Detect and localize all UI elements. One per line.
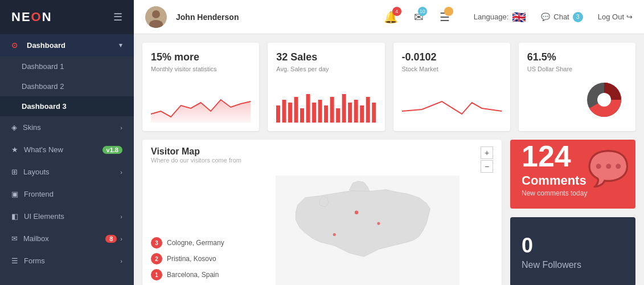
svg-point-25 xyxy=(333,233,336,236)
dashboard-header-label: Dashboard xyxy=(27,41,65,50)
map-visual xyxy=(233,176,502,285)
chat-label: Chat xyxy=(553,13,569,21)
svg-rect-5 xyxy=(288,103,292,123)
stat-card-dollar-chart xyxy=(527,77,627,123)
svg-point-21 xyxy=(597,93,611,107)
skins-icon: ◈ xyxy=(11,123,17,132)
stat-card-visitors-chart xyxy=(151,91,251,123)
sidebar-dashboard-header[interactable]: ⊙ Dashboard ▾ xyxy=(0,34,134,56)
sidebar-item-uielements[interactable]: ◧ UI Elements › xyxy=(0,205,134,227)
sidebar-item-dashboard1[interactable]: Dashboard 1 xyxy=(0,56,134,76)
stat-card-visitors-sub: Monthly visitor statistics xyxy=(151,66,251,72)
sidebar-item-mailbox[interactable]: ✉ Mailbox 8 › xyxy=(0,227,134,250)
notif2-badge: 10 xyxy=(418,7,427,16)
sidebar: NEON ☰ ⊙ Dashboard ▾ Dashboard 1 Dashboa… xyxy=(0,0,134,285)
forms-icon: ☰ xyxy=(11,256,18,265)
map-zoom-in[interactable]: + xyxy=(481,146,493,159)
stat-card-stock: -0.0102 Stock Market xyxy=(393,43,510,131)
svg-rect-3 xyxy=(276,105,280,123)
whatsnew-icon: ★ xyxy=(11,145,18,154)
main-content: John Henderson 🔔 4 ✉ 10 ☰ Language: 🇬🇧 💬… xyxy=(134,0,644,285)
svg-rect-6 xyxy=(294,97,298,123)
language-label: Language: xyxy=(474,13,508,21)
svg-rect-15 xyxy=(348,103,352,123)
stat-card-sales-chart xyxy=(276,91,376,123)
stat-card-sales-title: 32 Sales xyxy=(276,51,376,63)
svg-rect-10 xyxy=(318,100,322,123)
followers-widget: 0 New Followers xyxy=(510,217,635,285)
comments-widget: 💬 124 Comments New comments today xyxy=(510,140,635,209)
notif3-badge xyxy=(444,7,453,16)
svg-rect-8 xyxy=(306,94,310,123)
whatsnew-badge: v1.8 xyxy=(102,146,122,154)
layouts-icon: ⊞ xyxy=(11,168,18,176)
svg-rect-17 xyxy=(360,105,364,123)
frontend-icon: ▣ xyxy=(11,190,18,198)
mailbox-icon: ✉ xyxy=(11,234,18,243)
sidebar-item-layouts[interactable]: ⊞ Layouts › xyxy=(0,161,134,183)
stat-card-sales-sub: Avg. Sales per day xyxy=(276,66,376,72)
logout-button[interactable]: Log Out ↪ xyxy=(598,13,633,21)
stat-card-stock-title: -0.0102 xyxy=(402,51,502,63)
visitor-map-card: Visitor Map Where do our visitors come f… xyxy=(142,140,502,285)
bottom-row: Visitor Map Where do our visitors come f… xyxy=(142,140,635,285)
stat-card-stock-sub: Stock Market xyxy=(402,66,502,72)
stat-card-visitors-title: 15% more xyxy=(151,51,251,63)
uielements-icon: ◧ xyxy=(11,212,18,221)
notif3-button[interactable]: ☰ xyxy=(440,10,450,24)
svg-rect-19 xyxy=(372,103,376,123)
sidebar-item-dashboard3[interactable]: Dashboard 3 xyxy=(0,96,134,116)
chat-button[interactable]: 💬 Chat 3 xyxy=(541,12,583,22)
uielements-arrow: › xyxy=(120,213,122,220)
notif2-button[interactable]: ✉ 10 xyxy=(414,10,424,24)
forms-arrow: › xyxy=(120,258,122,264)
sidebar-item-whatsnew[interactable]: ★ What's New v1.8 xyxy=(0,139,134,161)
svg-rect-9 xyxy=(312,103,316,123)
map-city-cologne: 3 Cologne, Germany xyxy=(151,237,225,249)
sidebar-item-forms[interactable]: ☰ Forms › xyxy=(0,250,134,272)
flag-icon: 🇬🇧 xyxy=(512,10,526,24)
followers-label: New Followers xyxy=(522,260,624,270)
hamburger-icon[interactable]: ☰ xyxy=(113,11,122,23)
topbar-username: John Henderson xyxy=(176,13,239,22)
stat-card-sales: 32 Sales Avg. Sales per day xyxy=(268,43,384,131)
dashboard-arrow: ▾ xyxy=(119,42,122,49)
map-sub: Where do our visitors come from xyxy=(151,157,241,164)
svg-point-24 xyxy=(377,222,380,225)
language-selector[interactable]: Language: 🇬🇧 xyxy=(474,10,526,24)
sidebar-item-skins[interactable]: ◈ Skins › xyxy=(0,116,134,139)
svg-rect-12 xyxy=(330,97,334,123)
layouts-arrow: › xyxy=(120,169,122,176)
city-rank-cologne: 3 xyxy=(151,237,162,249)
chat-icon: 💬 xyxy=(541,13,550,21)
notif1-button[interactable]: 🔔 4 xyxy=(384,10,398,24)
notif1-badge: 4 xyxy=(392,7,401,16)
svg-point-23 xyxy=(355,210,358,214)
map-title: Visitor Map xyxy=(151,146,241,157)
sidebar-item-dashboard2[interactable]: Dashboard 2 xyxy=(0,76,134,96)
svg-rect-7 xyxy=(300,108,304,123)
map-city-barcelona: 1 Barcelona, Spain xyxy=(151,269,225,280)
map-zoom-controls: + − xyxy=(481,146,493,173)
logo-text: NEON xyxy=(11,10,52,25)
map-city-pristina: 2 Pristina, Kosovo xyxy=(151,253,225,264)
sidebar-logo: NEON ☰ xyxy=(0,0,134,34)
svg-rect-14 xyxy=(342,94,346,123)
comments-bg-icon: 💬 xyxy=(587,148,630,189)
right-widgets: 💬 124 Comments New comments today 0 New … xyxy=(510,140,635,285)
svg-rect-4 xyxy=(282,100,286,123)
followers-number: 0 xyxy=(522,234,624,258)
svg-rect-13 xyxy=(336,108,340,123)
stat-card-dollar: 61.5% US Dollar Share xyxy=(519,43,635,131)
svg-point-1 xyxy=(152,10,160,18)
sidebar-menu: ⊙ Dashboard ▾ Dashboard 1 Dashboard 2 Da… xyxy=(0,34,134,272)
content-area: 15% more Monthly visitor statistics xyxy=(134,34,644,285)
topbar: John Henderson 🔔 4 ✉ 10 ☰ Language: 🇬🇧 💬… xyxy=(134,0,644,34)
logout-label: Log Out xyxy=(598,13,624,21)
sidebar-item-frontend[interactable]: ▣ Frontend xyxy=(0,183,134,205)
stat-card-dollar-sub: US Dollar Share xyxy=(527,66,627,72)
city-rank-pristina: 2 xyxy=(151,253,162,264)
avatar xyxy=(145,6,167,28)
svg-rect-18 xyxy=(366,97,370,123)
map-zoom-out[interactable]: − xyxy=(481,160,493,173)
